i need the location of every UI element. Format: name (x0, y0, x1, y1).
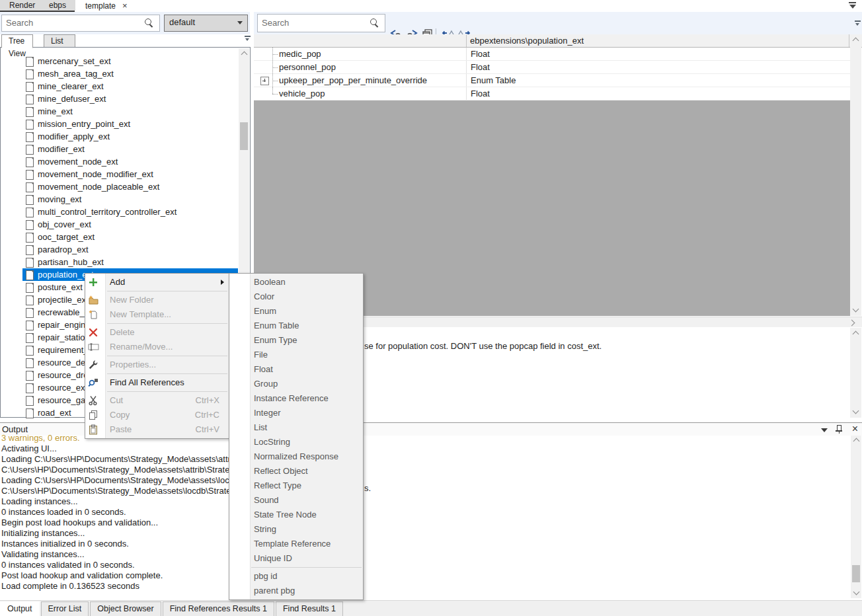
tab-tree-view[interactable]: Tree View (1, 34, 33, 48)
field-type: Enum Table (466, 74, 516, 87)
bottom-tab-find-references-results-1[interactable]: Find References Results 1 (163, 601, 274, 616)
tree-item-mission_entry_point_ext[interactable]: mission_entry_point_ext (1, 118, 250, 130)
menu-item-label: String (254, 522, 276, 537)
close-icon[interactable]: × (852, 423, 858, 435)
auto-hide-icon[interactable] (848, 2, 857, 9)
submenu-item-enum[interactable]: Enum (229, 304, 363, 319)
scrollbar-thumb[interactable] (852, 565, 860, 582)
menu-item-label: pbg id (254, 569, 277, 584)
chevron-down-icon[interactable] (821, 428, 828, 432)
tree-item-multi_control_territory_controller_ext[interactable]: multi_control_territory_controller_ext (1, 206, 250, 218)
submenu-item-reflect-type[interactable]: Reflect Type (229, 479, 363, 493)
document-icon (26, 308, 34, 318)
submenu-item-float[interactable]: Float (229, 362, 363, 377)
menu-item-label: Instance Reference (254, 391, 329, 406)
doc-tab-label: template (85, 1, 116, 11)
submenu-item-template-reference[interactable]: Template Reference (229, 537, 363, 551)
submenu-item-boolean[interactable]: Boolean (229, 275, 363, 289)
tree-item-movement_node_modifier_ext[interactable]: movement_node_modifier_ext (1, 168, 250, 180)
document-icon (26, 132, 34, 142)
tree-item-modifier_apply_ext[interactable]: modifier_apply_ext (1, 130, 250, 143)
menu-item-label: New Folder (110, 293, 153, 307)
tree-item-movement_node_ext[interactable]: movement_node_ext (1, 155, 250, 168)
cut-icon (88, 395, 100, 406)
menu-item-label: LocString (254, 435, 290, 449)
doc-tab-Render[interactable]: Render (0, 0, 44, 11)
menu-item-add[interactable]: Add (85, 275, 229, 289)
doc-tab-template[interactable]: template× (76, 0, 137, 12)
tree-guide-stub (272, 54, 278, 55)
toolbar-overflow-button[interactable] (244, 36, 252, 42)
folded-corner (31, 69, 34, 72)
folded-corner (31, 120, 34, 122)
table-row[interactable]: upkeep_per_pop_per_minute_overrideEnum T… (254, 74, 850, 87)
submenu-item-string[interactable]: String (229, 522, 363, 537)
description-scrollbar[interactable] (850, 328, 861, 418)
tree-item-ooc_target_ext[interactable]: ooc_target_ext (1, 231, 250, 243)
tree-item-mine_defuser_ext[interactable]: mine_defuser_ext (1, 93, 250, 105)
scrollbar-thumb[interactable] (240, 122, 248, 150)
toolbar-overflow-button[interactable] (854, 20, 862, 26)
menu-item-label: Normalized Response (254, 449, 338, 464)
chevron-down-icon (237, 21, 243, 24)
tree-item-label: multi_control_territory_controller_ext (38, 206, 176, 218)
tree-item-movement_node_placeable_ext[interactable]: movement_node_placeable_ext (1, 180, 250, 193)
tree-item-label: resource_ext (38, 381, 87, 394)
output-log-fragment: s. (364, 483, 371, 493)
new-template-icon (88, 309, 100, 320)
document-icon (26, 195, 34, 205)
folded-corner (31, 182, 34, 185)
preset-dropdown[interactable]: default (164, 15, 248, 32)
search-icon (145, 19, 154, 28)
submenu-item-enum-type[interactable]: Enum Type (229, 333, 363, 348)
submenu-item-state-tree-node[interactable]: State Tree Node (229, 508, 363, 522)
output-line: 0 instances loaded in 0 seconds. (1, 507, 847, 518)
submenu-item-list[interactable]: List (229, 420, 363, 435)
output-log: 3 warnings, 0 errors.Activating UI...Loa… (1, 433, 847, 592)
table-row[interactable]: vehicle_popFloat (254, 87, 850, 100)
submenu-item-reflect-object[interactable]: Reflect Object (229, 464, 363, 479)
submenu-item-color[interactable]: Color (229, 289, 363, 304)
submenu-item-group[interactable]: Group (229, 377, 363, 391)
submenu-item-pbg-id[interactable]: pbg id (229, 569, 363, 584)
submenu-item-file[interactable]: File (229, 348, 363, 362)
folded-corner (31, 270, 34, 273)
table-row[interactable]: personnel_popFloat (254, 61, 850, 74)
tab-list-view[interactable]: List View (44, 34, 75, 48)
doc-tab-ebps[interactable]: ebps (40, 0, 75, 11)
submenu-item-instance-reference[interactable]: Instance Reference (229, 391, 363, 406)
submenu-item-parent-pbg[interactable]: parent pbg (229, 584, 363, 598)
find-references-icon (88, 377, 100, 388)
tree-item-moving_ext[interactable]: moving_ext (1, 193, 250, 206)
submenu-item-normalized-response[interactable]: Normalized Response (229, 449, 363, 464)
close-icon[interactable]: × (122, 0, 128, 11)
tree-item-partisan_hub_ext[interactable]: partisan_hub_ext (1, 256, 250, 268)
submenu-item-locstring[interactable]: LocString (229, 435, 363, 449)
submenu-item-enum-table[interactable]: Enum Table (229, 319, 363, 333)
menu-item-find-all-references[interactable]: Find All References (85, 375, 229, 390)
bottom-tab-find-results-1[interactable]: Find Results 1 (276, 601, 343, 616)
plus-icon (88, 277, 100, 288)
bottom-tab-output[interactable]: Output (0, 601, 40, 616)
output-scrollbar[interactable] (851, 436, 861, 598)
tree-item-mesh_area_tag_ext[interactable]: mesh_area_tag_ext (1, 67, 250, 80)
submenu-item-unique-id[interactable]: Unique ID (229, 551, 363, 566)
tree-item-mercenary_set_ext[interactable]: mercenary_set_ext (1, 55, 250, 67)
grid-search-input[interactable]: Search (257, 14, 385, 32)
tree-search-input[interactable]: Search (1, 15, 160, 32)
tree-item-modifier_ext[interactable]: modifier_ext (1, 143, 250, 155)
tree-item-paradrop_ext[interactable]: paradrop_ext (1, 243, 250, 256)
table-row[interactable]: medic_popFloat (254, 48, 850, 61)
tree-item-mine_ext[interactable]: mine_ext (1, 105, 250, 118)
tree-item-mine_clearer_ext[interactable]: mine_clearer_ext (1, 80, 250, 93)
document-icon (26, 95, 34, 104)
submenu-item-integer[interactable]: Integer (229, 406, 363, 420)
bottom-tab-object-browser[interactable]: Object Browser (90, 601, 161, 616)
expander-plus-icon[interactable] (260, 77, 269, 85)
bottom-tab-error-list[interactable]: Error List (41, 601, 89, 616)
menu-item-label: Cut (110, 393, 123, 408)
submenu-item-sound[interactable]: Sound (229, 493, 363, 508)
grid-scrollbar[interactable] (850, 34, 861, 316)
output-line: Begin post load hookups and validation..… (1, 518, 847, 528)
tree-item-obj_cover_ext[interactable]: obj_cover_ext (1, 218, 250, 231)
